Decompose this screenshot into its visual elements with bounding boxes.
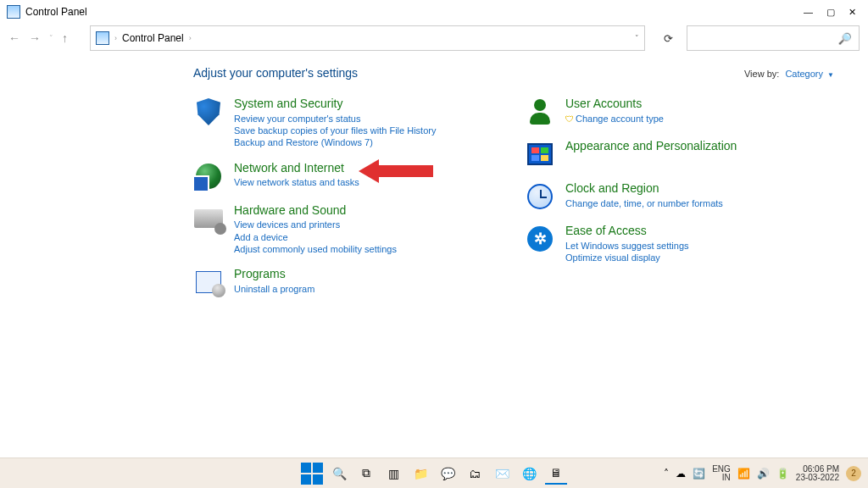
category-title-user-accounts[interactable]: User Accounts [565, 97, 642, 110]
titlebar-left: Control Panel [7, 5, 87, 19]
window-controls: — ▢ ✕ [804, 7, 861, 18]
category-title-hardware-sound[interactable]: Hardware and Sound [234, 203, 346, 217]
notifications-badge[interactable]: 2 [846, 466, 861, 481]
link-network-status[interactable]: View network status and tasks [234, 176, 503, 188]
category-programs: Programs Uninstall a program [193, 267, 503, 297]
link-file-history[interactable]: Save backup copies of your files with Fi… [234, 125, 503, 136]
link-date-time-formats[interactable]: Change date, time, or number formats [565, 197, 834, 209]
language-primary: ENG [712, 465, 731, 474]
category-title-clock-region[interactable]: Clock and Region [565, 181, 659, 195]
category-title-system-security[interactable]: System and Security [234, 97, 342, 110]
taskbar: 🔍 ⧉ ▥ 📁 💬 🗂 ✉️ 🌐 🖥 ˄ ☁ 🔄 ENG IN 📶 🔊 🔋 06… [0, 458, 868, 488]
appearance-icon [525, 139, 555, 169]
control-panel-icon [7, 5, 20, 19]
language-region: IN [712, 474, 731, 482]
clock[interactable]: 06:06 PM 23-03-2022 [796, 465, 839, 482]
system-tray: ˄ ☁ 🔄 ENG IN 📶 🔊 🔋 06:06 PM 23-03-2022 2 [664, 465, 861, 482]
minimize-button[interactable]: — [804, 7, 813, 17]
control-panel-taskbar-button[interactable]: 🖥 [545, 463, 567, 485]
link-change-account-type[interactable]: Change account type [565, 113, 834, 125]
category-title-network-internet[interactable]: Network and Internet [234, 161, 344, 175]
view-by-label: View by: [744, 69, 779, 79]
nav-arrows: ← → ˅ ↑ [8, 31, 85, 45]
category-clock-region: Clock and Region Change date, time, or n… [525, 181, 834, 212]
navigation-row: ← → ˅ ↑ › Control Panel › ˅ ⟳ 🔍 [0, 24, 868, 53]
tray-time: 06:06 PM [796, 465, 839, 474]
titlebar: Control Panel — ▢ ✕ [0, 0, 868, 24]
forward-button[interactable]: → [29, 31, 41, 45]
recent-locations-button[interactable]: ˅ [49, 34, 53, 42]
view-by-control[interactable]: View by: Category ▼ [744, 69, 834, 79]
refresh-button[interactable]: ⟳ [655, 32, 682, 45]
onedrive-icon[interactable]: ☁ [676, 468, 686, 480]
mail-button[interactable]: ✉️ [491, 463, 513, 485]
link-review-status[interactable]: Review your computer's status [234, 113, 503, 125]
tray-date: 23-03-2022 [796, 474, 839, 482]
category-title-appearance[interactable]: Appearance and Personalization [565, 139, 737, 152]
volume-icon[interactable]: 🔊 [757, 468, 770, 480]
right-column: User Accounts Change account type Appear… [525, 97, 834, 309]
link-optimize-visual[interactable]: Optimize visual display [565, 252, 834, 263]
programs-icon [193, 267, 224, 297]
taskbar-center: 🔍 ⧉ ▥ 📁 💬 🗂 ✉️ 🌐 🖥 [301, 463, 567, 485]
language-indicator[interactable]: ENG IN [712, 465, 731, 482]
link-devices-printers[interactable]: View devices and printers [234, 219, 503, 230]
start-button[interactable] [301, 463, 323, 485]
accessibility-icon: ✲ [525, 224, 555, 254]
category-columns: System and Security Review your computer… [193, 97, 834, 309]
link-uninstall[interactable]: Uninstall a program [234, 283, 503, 295]
category-title-programs[interactable]: Programs [234, 267, 286, 280]
content-header: Adjust your computer's settings View by:… [193, 66, 834, 80]
left-column: System and Security Review your computer… [193, 97, 503, 309]
widgets-button[interactable]: ▥ [382, 463, 404, 485]
chevron-right-icon: › [114, 34, 117, 42]
link-windows-suggest[interactable]: Let Windows suggest settings [565, 240, 834, 252]
link-mobility-settings[interactable]: Adjust commonly used mobility settings [234, 243, 503, 255]
address-icon [96, 31, 109, 45]
category-appearance-personalization: Appearance and Personalization [525, 139, 834, 169]
view-by-value: Category [785, 69, 823, 79]
app-button-1[interactable]: 🗂 [464, 463, 486, 485]
maximize-button[interactable]: ▢ [826, 7, 835, 18]
search-icon: 🔍 [838, 32, 852, 45]
printer-icon [193, 203, 224, 234]
wifi-icon[interactable]: 📶 [737, 468, 750, 480]
content-area: Adjust your computer's settings View by:… [193, 66, 834, 309]
teams-button[interactable]: 💬 [437, 463, 459, 485]
up-button[interactable]: ↑ [62, 31, 68, 45]
address-dropdown-button[interactable]: ˅ [635, 34, 639, 42]
shield-icon [193, 97, 224, 127]
link-backup-restore[interactable]: Backup and Restore (Windows 7) [234, 136, 503, 148]
category-system-security: System and Security Review your computer… [193, 97, 503, 149]
chevron-down-icon: ▼ [827, 71, 834, 79]
task-view-button[interactable]: ⧉ [355, 463, 377, 485]
link-add-device[interactable]: Add a device [234, 231, 503, 243]
page-title: Adjust your computer's settings [193, 66, 358, 80]
chevron-right-icon: › [189, 34, 192, 42]
category-user-accounts: User Accounts Change account type [525, 97, 834, 127]
category-title-ease-of-access[interactable]: Ease of Access [565, 224, 647, 237]
sync-icon[interactable]: 🔄 [693, 468, 705, 480]
category-hardware-sound: Hardware and Sound View devices and prin… [193, 203, 503, 256]
search-button[interactable]: 🔍 [328, 463, 350, 485]
explorer-button[interactable]: 📁 [409, 463, 431, 485]
breadcrumb[interactable]: Control Panel [122, 32, 184, 44]
chrome-button[interactable]: 🌐 [518, 463, 540, 485]
battery-icon[interactable]: 🔋 [776, 468, 789, 480]
category-ease-of-access: ✲ Ease of Access Let Windows suggest set… [525, 224, 834, 263]
search-input[interactable]: 🔍 [687, 25, 860, 51]
address-bar[interactable]: › Control Panel › ˅ [90, 25, 645, 51]
user-icon [525, 97, 555, 127]
globe-icon [193, 161, 224, 191]
clock-icon [525, 181, 555, 212]
tray-overflow-button[interactable]: ˄ [664, 468, 669, 480]
window-title: Control Panel [25, 6, 87, 18]
category-network-internet: Network and Internet View network status… [193, 161, 503, 191]
close-button[interactable]: ✕ [849, 7, 856, 18]
back-button[interactable]: ← [8, 31, 20, 45]
